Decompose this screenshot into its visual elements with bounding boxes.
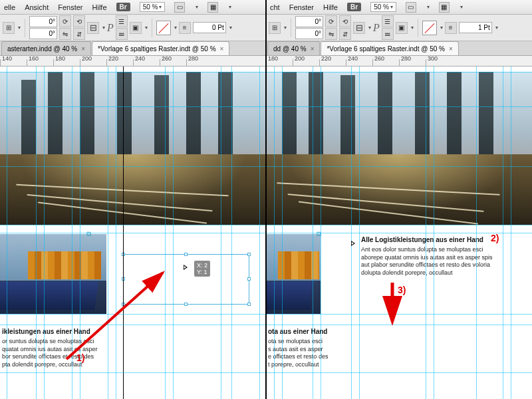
zoom-level[interactable]: 50 %▾ xyxy=(370,2,396,12)
text-frame[interactable]: ikleistungen aus einer Hand or suntus do… xyxy=(0,326,120,370)
rotate-cw-icon[interactable]: ⟳ xyxy=(59,15,71,27)
annotation-label: 3) xyxy=(398,285,406,295)
ruler: 180 200 220 240 260 280 300 xyxy=(266,56,532,66)
rotate-ccw-icon[interactable]: ⟲ xyxy=(339,15,351,27)
city-image[interactable] xyxy=(266,72,532,225)
screen-mode-icon[interactable]: ▭ xyxy=(406,2,416,13)
xy-tooltip: X: 2Y: 1 xyxy=(194,261,210,277)
flip-h-icon[interactable]: ⇋ xyxy=(325,28,337,40)
annotation-label: 2) xyxy=(491,233,499,243)
gap-icon[interactable]: ⩸ xyxy=(382,28,394,40)
zoom-level[interactable]: 50 %▾ xyxy=(140,2,166,12)
rotate-field[interactable]: 0° xyxy=(29,16,57,27)
wrap-icon[interactable]: ▣ xyxy=(130,22,142,34)
control-toolbar: ⊞ ▾ 0° 0° ⟳ ⇋ ⟲ ⇵ ⊟ ▾ P ☰ ⩸ ▣ ▾ xyxy=(0,15,266,41)
thread-icon: ⧉ xyxy=(86,230,91,238)
ship-image[interactable] xyxy=(0,234,106,314)
fill-none-swatch[interactable] xyxy=(422,21,437,35)
menu-item[interactable]: Fenster xyxy=(58,3,82,11)
paragraph-style-icon: P xyxy=(373,22,380,34)
pane-right: cht Fenster Hilfe Br 50 %▾ ▭ ▾ ▦ ▾ ⊞ ▾ 0… xyxy=(266,0,532,399)
ref-point-icon[interactable]: ⊞ xyxy=(269,22,281,34)
pane-left: elle Ansicht Fenster Hilfe Br 50 %▾ ▭ ▾ … xyxy=(0,0,266,399)
close-icon[interactable]: × xyxy=(311,45,315,53)
stroke-weight-field[interactable]: 1 Pt xyxy=(459,22,492,33)
gap-icon[interactable]: ☰ xyxy=(116,15,128,27)
align-icon[interactable]: ⊟ xyxy=(353,22,365,34)
menu-item[interactable]: Hilfe xyxy=(323,3,338,11)
bridge-badge[interactable]: Br xyxy=(116,3,130,11)
doc-tab-active[interactable]: *Vorlage 6 spaltiges Raster.indt @ 50 % … xyxy=(92,41,229,55)
document-tabs: asterarten.indd @ 40 % × *Vorlage 6 spal… xyxy=(0,41,266,56)
close-icon[interactable]: × xyxy=(81,45,85,53)
menu-item[interactable]: Ansicht xyxy=(25,3,49,11)
shear-field[interactable]: 0° xyxy=(29,28,57,39)
arrange-icon[interactable]: ▦ xyxy=(439,2,450,13)
gap-icon[interactable]: ⩸ xyxy=(116,28,128,40)
ship-image[interactable] xyxy=(266,234,321,314)
flip-v-icon[interactable]: ⇵ xyxy=(339,28,351,40)
control-toolbar: ⊞ ▾ 0° 0° ⟳ ⇋ ⟲ ⇵ ⊟ ▾ P ☰ ⩸ ▣ ▾ xyxy=(266,15,532,41)
paragraph-style-icon: P xyxy=(107,22,114,34)
rotate-ccw-icon[interactable]: ⟲ xyxy=(73,15,85,27)
ref-point-icon[interactable]: ⊞ xyxy=(3,22,15,34)
menubar: elle Ansicht Fenster Hilfe Br 50 %▾ ▭ ▾ … xyxy=(0,0,266,15)
text-frame[interactable]: Alle Logistikleistungen aus einer Hand A… xyxy=(359,234,502,279)
stroke-weight-field[interactable]: 0 Pt xyxy=(193,22,226,33)
align-icon[interactable]: ⊟ xyxy=(87,22,99,34)
bridge-badge[interactable]: Br xyxy=(347,3,361,11)
annotation-label: 1) xyxy=(76,352,84,363)
flip-h-icon[interactable]: ⇋ xyxy=(59,28,71,40)
menu-item[interactable]: elle xyxy=(4,3,15,11)
stroke-weight-icon: ≡ xyxy=(179,22,191,34)
menu-item[interactable]: Hilfe xyxy=(92,3,107,11)
rotate-field[interactable]: 0° xyxy=(295,16,323,27)
cursor-pointer xyxy=(351,241,355,246)
menu-item[interactable]: cht xyxy=(270,3,280,11)
split-divider xyxy=(265,0,267,399)
ruler: 140 160 180 200 220 240 260 280 xyxy=(0,56,266,66)
arrange-icon[interactable]: ▦ xyxy=(207,2,218,13)
canvas[interactable]: ⧉ Alle Logistikleistungen aus einer Hand… xyxy=(266,66,532,399)
wrap-icon[interactable]: ▣ xyxy=(396,22,408,34)
thread-icon: ⧉ xyxy=(317,230,321,238)
flip-v-icon[interactable]: ⇵ xyxy=(73,28,85,40)
shear-field[interactable]: 0° xyxy=(295,28,323,39)
stroke-weight-icon: ≡ xyxy=(445,22,457,34)
fill-none-swatch[interactable] xyxy=(156,21,171,35)
doc-tab[interactable]: asterarten.indd @ 40 % × xyxy=(1,41,91,55)
close-icon[interactable]: × xyxy=(220,45,224,53)
menu-item[interactable]: Fenster xyxy=(289,3,314,11)
document-tabs: dd @ 40 % × *Vorlage 6 spaltiges Raster.… xyxy=(266,41,532,56)
gap-icon[interactable]: ☰ xyxy=(382,15,394,27)
text-frame[interactable]: ota aus einer Hand ota se moluptas esci … xyxy=(266,326,352,370)
doc-tab[interactable]: dd @ 40 % × xyxy=(267,41,320,55)
doc-tab-active[interactable]: *Vorlage 6 spaltiges Raster.indt @ 50 % … xyxy=(321,41,458,55)
text-frame-selection[interactable] xyxy=(123,254,249,305)
menubar: cht Fenster Hilfe Br 50 %▾ ▭ ▾ ▦ ▾ xyxy=(266,0,532,15)
screen-mode-icon[interactable]: ▭ xyxy=(174,2,185,13)
canvas[interactable]: ⧉ X: 2Y: 1 ikleistungen aus einer Hand o… xyxy=(0,66,266,399)
city-image[interactable] xyxy=(0,72,266,225)
close-icon[interactable]: × xyxy=(449,45,453,53)
rotate-cw-icon[interactable]: ⟳ xyxy=(325,15,337,27)
cursor-pointer xyxy=(184,265,188,270)
